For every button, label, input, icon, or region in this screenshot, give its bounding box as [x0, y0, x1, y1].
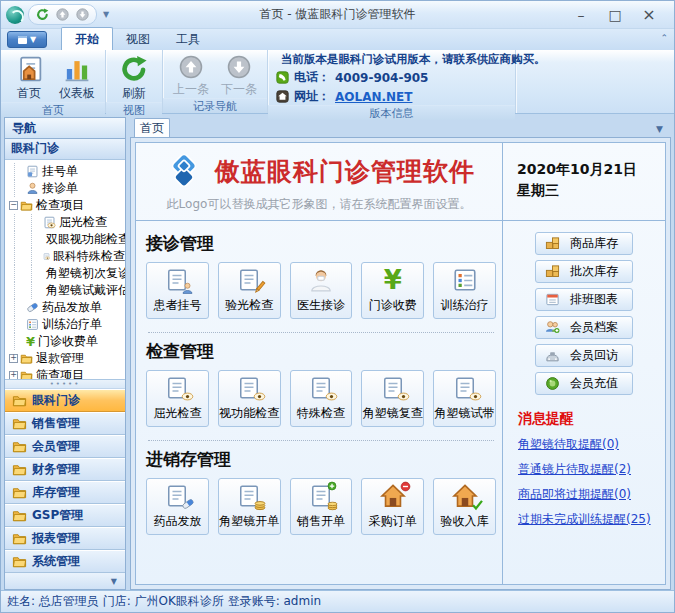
section-title-reception: 接诊管理	[146, 232, 496, 255]
special-exam-button[interactable]: 特殊检查	[290, 370, 353, 427]
nav-gsp-management[interactable]: GSP管理	[5, 504, 125, 527]
home-content: 傲蓝眼科门诊管理软件 此Logo可以替换成其它形象图，请在系统配置界面设置。 2…	[135, 142, 666, 585]
document-icon	[26, 165, 39, 178]
nav-system-management[interactable]: 系统管理	[5, 550, 125, 573]
ortho-k-trial-button[interactable]: 角塑镜试带	[433, 370, 496, 427]
document-tab-row: 首页 ▼	[130, 117, 671, 137]
tab-home-document[interactable]: 首页	[134, 118, 170, 137]
ortho-k-order-button[interactable]: 角塑镜开单	[218, 478, 281, 535]
prev-record-button[interactable]: 上一条	[169, 53, 213, 98]
quick-access-toolbar: ▼	[1, 4, 109, 25]
nav-member-management[interactable]: 会员管理	[5, 435, 125, 458]
batch-stock-button[interactable]: 批次库存	[535, 260, 633, 283]
tree-item-orthok-trial-eval[interactable]: 角塑镜试戴评估	[9, 282, 125, 299]
tree-item-training-therapy[interactable]: 训练治疗单	[9, 316, 125, 333]
tree-panel: 眼科门诊 挂号单 接诊单 −检查项目 屈光检查 双眼视功能检查 眼科特殊检查 角…	[5, 139, 125, 380]
status-text: 姓名: 总店管理员 门店: 广州OK眼科诊所 登录账号: admin	[7, 593, 321, 610]
receive-stock-button[interactable]: 验收入库	[433, 478, 496, 535]
ortho-k-recheck-button[interactable]: 角塑镜复查	[361, 370, 424, 427]
phone-icon	[276, 71, 289, 84]
member-callback-button[interactable]: 会员回访	[535, 344, 633, 367]
sidebar-footer[interactable]: ▼	[5, 573, 125, 589]
quick-access-dropdown-icon[interactable]: ▼	[103, 10, 109, 19]
section-title-exam: 检查管理	[146, 340, 496, 363]
tree-item-reception[interactable]: 接诊单	[9, 180, 125, 197]
folder-icon	[20, 352, 33, 365]
website-link[interactable]: AOLAN.NET	[335, 90, 412, 104]
ribbon-group-home: 首页 仪表板 首页	[1, 50, 106, 113]
tree-item-screening-projects[interactable]: +筛查项目	[9, 367, 125, 379]
folder-icon	[12, 393, 27, 408]
reminder-link-product-expiry[interactable]: 商品即将过期提醒(0)	[518, 486, 665, 503]
expand-icon[interactable]: +	[9, 354, 18, 363]
reminder-link-overdue-training[interactable]: 过期未完成训练提醒(25)	[518, 511, 665, 528]
tab-start[interactable]: 开始	[61, 27, 113, 50]
date-text: 2020年10月21日	[517, 159, 665, 180]
visual-function-exam-button[interactable]: 视功能检查	[218, 370, 281, 427]
nav-sales-management[interactable]: 销售管理	[5, 412, 125, 435]
reminder-link-orthok-pickup[interactable]: 角塑镜待取提醒(0)	[518, 436, 665, 453]
eye-icon	[325, 390, 338, 403]
schedule-chart-button[interactable]: 排班图表	[535, 288, 633, 311]
patient-register-button[interactable]: 患者挂号	[146, 262, 209, 319]
tree-item-refraction-exam[interactable]: 屈光检查	[9, 214, 125, 231]
app-logo-icon	[6, 6, 24, 24]
nav-finance-management[interactable]: 财务管理	[5, 458, 125, 481]
tree-item-refund-management[interactable]: +退款管理	[9, 350, 125, 367]
tree-item-orthok-first-revisit[interactable]: 角塑镜初次复诊	[9, 265, 125, 282]
message-reminder-title: 消息提醒	[518, 410, 665, 428]
coins-icon	[253, 497, 267, 511]
folder-icon	[20, 199, 33, 212]
nav-ophthalmology-clinic[interactable]: 眼科门诊	[5, 389, 125, 412]
prev-record-quick-button[interactable]	[54, 6, 71, 23]
member-files-button[interactable]: 会员档案	[535, 316, 633, 339]
home-button[interactable]: 首页	[7, 53, 51, 102]
member-recharge-button[interactable]: 会员充值	[535, 372, 633, 395]
pill-icon	[181, 497, 195, 511]
dashboard-button[interactable]: 仪表板	[55, 53, 99, 102]
next-record-quick-button[interactable]	[74, 6, 91, 23]
nav-report-management[interactable]: 报表管理	[5, 527, 125, 550]
training-therapy-button[interactable]: 训练治疗	[433, 262, 496, 319]
expand-icon[interactable]: +	[9, 371, 18, 379]
collapse-icon[interactable]: −	[9, 201, 18, 210]
sidebar-splitter[interactable]: •••••	[5, 380, 125, 389]
doctor-reception-button[interactable]: 医生接诊	[290, 262, 353, 319]
shortcut-column: 商品库存 批次库存 排班图表 会员档案 会员回访 会员充值 消息提醒 角塑镜待取…	[502, 221, 665, 584]
sales-order-button[interactable]: 销售开单	[290, 478, 353, 535]
minimize-button[interactable]: –	[564, 4, 598, 26]
tree-item-drug-dispense[interactable]: 药品发放单	[9, 299, 125, 316]
tree-item-special-exam[interactable]: 眼科特殊检查	[9, 248, 125, 265]
optometry-exam-button[interactable]: 验光检查	[218, 262, 281, 319]
eye-icon	[397, 390, 410, 403]
product-stock-button[interactable]: 商品库存	[535, 232, 633, 255]
reminder-link-lens-pickup[interactable]: 普通镜片待取提醒(2)	[518, 461, 665, 478]
person-icon	[26, 182, 39, 195]
nav-inventory-management[interactable]: 库存管理	[5, 481, 125, 504]
eye-icon	[253, 390, 266, 403]
application-menu-button[interactable]: ▼	[7, 31, 47, 48]
tab-list-dropdown-icon[interactable]: ▼	[656, 124, 663, 134]
purchase-order-button[interactable]: 采购订单	[361, 478, 424, 535]
refresh-button[interactable]: 刷新	[112, 53, 156, 102]
tree-item-binocular-vision-exam[interactable]: 双眼视功能检查	[9, 231, 125, 248]
status-bar: 姓名: 总店管理员 门店: 广州OK眼科诊所 登录账号: admin	[1, 590, 674, 612]
tree-item-registration[interactable]: 挂号单	[9, 163, 125, 180]
maximize-button[interactable]: □	[598, 4, 632, 26]
drug-dispense-button[interactable]: 药品发放	[146, 478, 209, 535]
title-bar: ▼ 首页 - 傲蓝眼科门诊管理软件 – □ ×	[1, 1, 674, 29]
tab-view[interactable]: 视图	[113, 28, 163, 50]
nav-header: 导航	[4, 117, 126, 138]
refraction-exam-button[interactable]: 屈光检查	[146, 370, 209, 427]
next-record-button[interactable]: 下一条	[217, 53, 261, 98]
boxes-icon	[545, 264, 560, 279]
ribbon-group-version: 当前版本是眼科门诊试用版本，请联系供应商购买。 电话： 4009-904-905…	[268, 50, 516, 113]
refresh-quick-button[interactable]	[34, 6, 51, 23]
ribbon-collapse-icon[interactable]: ⌃	[660, 33, 668, 43]
tab-tools[interactable]: 工具	[163, 28, 213, 50]
clinic-charge-button[interactable]: ¥ 门诊收费	[361, 262, 424, 319]
members-icon	[545, 320, 560, 335]
tree-item-exam-projects[interactable]: −检查项目	[9, 197, 125, 214]
tree-item-clinic-charge[interactable]: ¥门诊收费单	[9, 333, 125, 350]
close-button[interactable]: ×	[632, 4, 666, 26]
